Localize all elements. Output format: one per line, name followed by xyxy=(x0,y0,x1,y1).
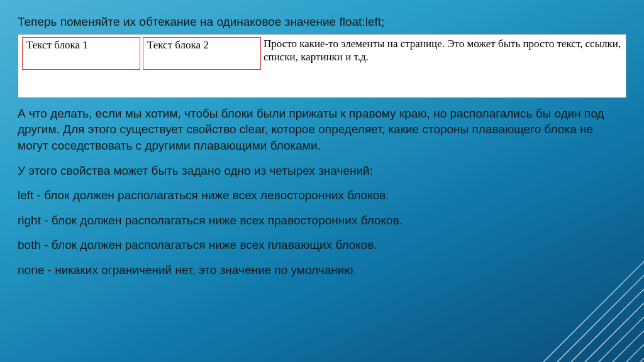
value-right: right - блок должен располагаться ниже в… xyxy=(18,212,609,229)
svg-line-3 xyxy=(556,287,644,362)
demo-container: Текст блока 1 Текст блока 2 Просто какие… xyxy=(18,34,626,98)
svg-line-6 xyxy=(594,324,644,362)
svg-line-7 xyxy=(606,337,644,362)
value-left: left - блок должен располагаться ниже вс… xyxy=(18,187,609,204)
float-block-2: Текст блока 2 xyxy=(143,37,261,70)
svg-line-4 xyxy=(569,299,644,362)
body-paragraphs: А что делать, если мы хотим, чтобы блоки… xyxy=(18,106,609,278)
demo-inner: Текст блока 1 Текст блока 2 Просто какие… xyxy=(18,35,626,68)
para-main: А что делать, если мы хотим, чтобы блоки… xyxy=(18,106,609,154)
float-block-2-text: Текст блока 2 xyxy=(147,39,209,51)
intro-text: Теперь поменяйте их обтекание на одинако… xyxy=(18,14,626,30)
float-block-1-text: Текст блока 1 xyxy=(26,39,88,51)
value-none: none - никаких ограничений нет, это знач… xyxy=(18,262,609,278)
float-block-1: Текст блока 1 xyxy=(22,37,140,70)
svg-line-2 xyxy=(543,274,644,362)
value-both: both - блок должен располагаться ниже вс… xyxy=(18,237,609,253)
slide: Теперь поменяйте их обтекание на одинако… xyxy=(0,0,644,362)
svg-line-5 xyxy=(581,312,644,362)
para-values-intro: У этого свойства может быть задано одно … xyxy=(18,163,609,179)
